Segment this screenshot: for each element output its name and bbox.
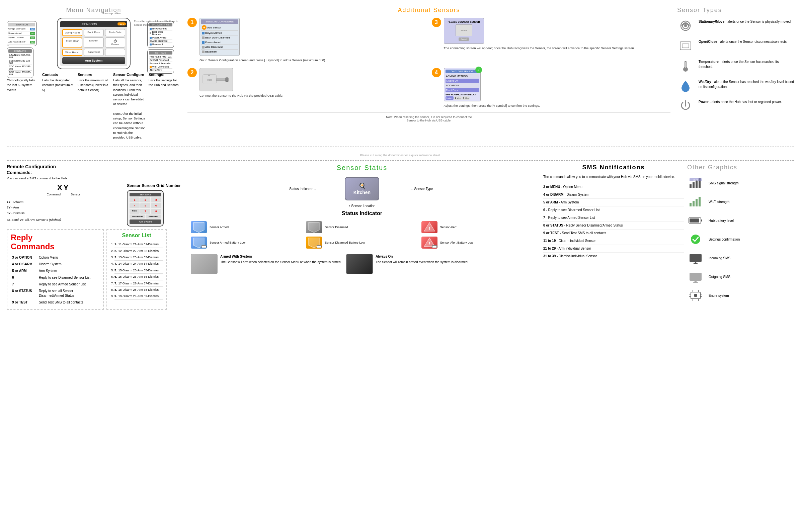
sensor-living-room[interactable]: Living Room bbox=[62, 29, 82, 36]
cmd-3y: 3Y - Dismiss bbox=[7, 210, 120, 216]
step-2-num: 2 bbox=[187, 68, 197, 77]
cmd-example: ex. Send '25' will Arm Sensor 5 (Kitchen… bbox=[7, 218, 120, 222]
reply-cmd-5-desc: Arm System bbox=[37, 268, 100, 274]
sensors-desc: Sensors Lists the maximum of 9 sensors (… bbox=[78, 73, 110, 140]
step-1-content: SENSOR CONFIGURE + Add Sensor Bicycle Ar… bbox=[200, 18, 426, 62]
sensors-desc-text: Lists the maximum of 9 sensors (Power is… bbox=[78, 78, 110, 92]
sensor-power[interactable]: ⏻Power bbox=[105, 37, 125, 48]
sms-cmd-arm: 5 or ARM - Arm System bbox=[543, 199, 684, 206]
armed-icon bbox=[191, 221, 207, 233]
sms-title: SMS Notifications bbox=[543, 164, 684, 171]
commands-list: 1Y - Disarm 2Y - Arm 3Y - Dismiss bbox=[7, 199, 120, 216]
disarmed-icon bbox=[306, 221, 322, 233]
reply-commands-title: ReplyCommands bbox=[11, 233, 100, 251]
always-on-card: Always On The Sensor will remain armed e… bbox=[346, 254, 468, 274]
step-2: 2 Hub Connect the Sensor to the Hub v bbox=[187, 68, 426, 108]
armed-with-system-card: Armed With System The Sensor will arm wh… bbox=[191, 254, 341, 274]
sms-cmd-7: 7 - Reply to see Armed Sensor List bbox=[543, 214, 684, 222]
sensor-list-item-6: 16-Disarm 26-Arm 36-Dismiss bbox=[114, 274, 163, 280]
sensor-configure-desc: Sensor Configure Lists all the sensors, … bbox=[113, 73, 145, 140]
remote-config-section: Remote Configuration Commands: You can s… bbox=[7, 164, 181, 227]
step-2-desc: Connect the Sensor to the Hub via the pr… bbox=[200, 93, 426, 98]
arm-system-grid-button[interactable]: Arm System bbox=[130, 220, 161, 224]
wifi-label: Wi-Fi strength bbox=[709, 200, 729, 204]
sensor-back-gate[interactable]: Back Gate bbox=[105, 29, 125, 36]
cmd-2y: 2Y - Arm bbox=[7, 205, 120, 210]
xy-label: XY bbox=[7, 183, 120, 192]
step-3: 3 PLEASE CONNECT SENSOR sensor Cancel Th… bbox=[432, 18, 671, 62]
svg-text:!: ! bbox=[429, 226, 430, 231]
step-4-desc: Adjust the settings; then press the [√ s… bbox=[444, 103, 671, 108]
sms-cmd-test: 9 or TEST - Send Test SMS to all contact… bbox=[543, 230, 684, 237]
armed-batt-icon bbox=[191, 236, 207, 249]
sensor-back-door[interactable]: Back Door bbox=[84, 29, 104, 36]
step-1-desc: Go to Sensor Configuration screen and pr… bbox=[200, 58, 426, 62]
stationary-move-desc: Stationary/Move - alerts once the Sensor… bbox=[698, 19, 794, 24]
step-4-settings-image: ON/CLOSE SENSOR ARMING METHOD Always On … bbox=[444, 68, 481, 101]
reply-cmd-4-desc: Disarm System bbox=[37, 261, 100, 268]
svg-rect-32 bbox=[690, 273, 702, 281]
kitchen-sensor-button[interactable]: 🍳Kitchen bbox=[345, 177, 379, 201]
hub-battery-icon bbox=[687, 214, 704, 227]
sensor-kitchen[interactable]: Kitchen bbox=[84, 37, 104, 48]
svg-rect-21 bbox=[690, 203, 692, 206]
disarmed-label: Sensor Disarmed bbox=[325, 225, 348, 230]
additional-sensors-section: Additional Sensors 1 SENSOR CONFIGURE + … bbox=[184, 7, 674, 140]
sensor-types-section: Sensor Types Stationary/Move - alerts on… bbox=[677, 7, 794, 140]
screen-position-callout: Screen position bbox=[67, 12, 120, 15]
reply-cmd-9-desc: Send Test SMS to all contacts bbox=[37, 299, 100, 306]
settings-desc-text: Lists the settings for the Hub and Senso… bbox=[149, 78, 181, 88]
rc-commands-left: XY Command Sensor 1Y - Disarm 2Y - Arm 3… bbox=[7, 183, 120, 227]
stationary-move-icon bbox=[677, 19, 694, 33]
temperature-desc: Temperature - alerts once the Sensor has… bbox=[698, 59, 794, 69]
step-2-content: Hub Connect the Sensor to the Hub via th… bbox=[200, 68, 426, 108]
sms-cmd-31-39: 31 to 39 - Dismiss individual Sensor bbox=[543, 253, 684, 260]
always-on-icon bbox=[346, 254, 373, 274]
disarmed-batt-icon bbox=[306, 236, 322, 249]
xy-sublabel: Command Sensor bbox=[7, 193, 120, 196]
sms-cmd-menu: 3 or MENU - Option Menu bbox=[543, 183, 684, 191]
reply-cmd-8-key: 8 or STATUS bbox=[11, 288, 37, 299]
grid-cell-wine: Wine Room bbox=[130, 214, 145, 218]
status-indicator-section: Status Indicator Sensor Armed bbox=[191, 210, 533, 274]
arm-system-button[interactable]: Arm System bbox=[62, 57, 125, 64]
armed-with-system-icon bbox=[191, 254, 218, 274]
temperature-icon bbox=[677, 59, 694, 73]
graphic-sms-signal: SMS SMS signal strength bbox=[687, 176, 794, 190]
bottom-section: Remote Configuration Commands: You can s… bbox=[7, 164, 794, 310]
cut-line-text: Please cut along the dotted lines for a … bbox=[7, 154, 794, 157]
step-3-screen: PLEASE CONNECT SENSOR sensor Cancel bbox=[444, 18, 484, 44]
alert-batt-label: Sensor Alert Battery Low bbox=[440, 241, 473, 245]
svg-rect-8 bbox=[680, 42, 691, 50]
sensor-front-door[interactable]: Front Door bbox=[62, 37, 82, 48]
settings-desc: Settings: Lists the settings for the Hub… bbox=[149, 73, 181, 140]
scroll-callout: Press the right or left scroll buttons t… bbox=[134, 19, 186, 27]
sensor-status-diagram: Status Indicator → ← Sensor Type 🍳Kitche… bbox=[319, 177, 406, 201]
open-close-desc: Open/Close - alerts once the Sensor disc… bbox=[698, 39, 794, 44]
svg-rect-17 bbox=[695, 180, 697, 188]
nav-descriptions: Event Log Chronologically lists the last… bbox=[7, 73, 181, 140]
sensor-status-title: Sensor Status bbox=[191, 164, 533, 172]
indicator-grid: Sensor Armed Sensor Disarmed bbox=[191, 221, 533, 249]
contacts-screen: CONTACTS AAA Name 333-333-888 BBB Name 3… bbox=[7, 48, 34, 78]
reply-commands-table: 3 or OPTION Option Menu 4 or DISARM Disa… bbox=[11, 254, 100, 306]
grid-cell-1: 1 bbox=[130, 197, 139, 203]
step-3-desc: The connecting screen will appear; once … bbox=[444, 46, 671, 51]
grid-cell-front: Front bbox=[130, 209, 139, 214]
reply-cmd-7-desc: Reply to see Armed Sensor List bbox=[37, 281, 100, 288]
sensor-status-section: Sensor Status Status Indicator → ← Senso… bbox=[184, 164, 540, 310]
sensor-wine-room[interactable]: Wine Room bbox=[62, 49, 82, 56]
alert-label: Sensor Alert bbox=[440, 225, 457, 230]
rc-body: XY Command Sensor 1Y - Disarm 2Y - Arm 3… bbox=[7, 183, 181, 227]
cmd-1y: 1Y - Disarm bbox=[7, 199, 120, 205]
wet-dry-icon bbox=[677, 79, 694, 93]
type-power: Power - alerts once the Hub has lost or … bbox=[677, 99, 794, 113]
svg-rect-16 bbox=[692, 182, 694, 188]
sensor-list-item-9: 19-Disarm 29-Arm 39-Dismiss bbox=[114, 293, 163, 300]
grid-cell-basement: Basement bbox=[146, 214, 161, 218]
armed-batt-label: Sensor Armed Battery Low bbox=[209, 241, 245, 245]
sms-intro: The commands allow you to communicate wi… bbox=[543, 174, 684, 179]
power-type-icon bbox=[677, 99, 694, 113]
sensor-basement[interactable]: Basement bbox=[84, 49, 104, 56]
svg-text:SMS: SMS bbox=[693, 179, 697, 181]
